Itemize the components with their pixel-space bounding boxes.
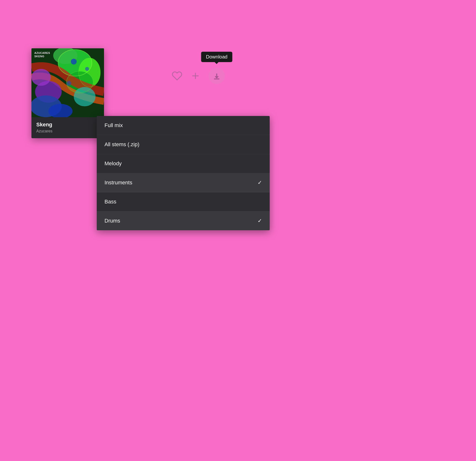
album-label: AZUCARES SKENG bbox=[34, 51, 50, 58]
album-art-canvas bbox=[31, 48, 104, 117]
track-card: AZUCARES SKENG Skeng Azucares bbox=[31, 48, 104, 138]
plus-icon bbox=[190, 71, 201, 81]
menu-item-melody[interactable]: Melody bbox=[97, 154, 270, 173]
menu-item-instruments[interactable]: Instruments ✓ bbox=[97, 173, 270, 192]
track-title: Skeng bbox=[36, 122, 99, 128]
album-art-svg bbox=[31, 48, 104, 117]
download-button[interactable]: Download bbox=[208, 68, 225, 84]
track-artist: Azucares bbox=[36, 129, 99, 133]
actions-area: Download bbox=[172, 68, 225, 84]
svg-point-14 bbox=[85, 67, 89, 71]
svg-point-15 bbox=[67, 81, 71, 86]
track-info: Skeng Azucares bbox=[31, 117, 104, 138]
menu-item-full-mix[interactable]: Full mix bbox=[97, 116, 270, 135]
drums-check-icon: ✓ bbox=[258, 218, 262, 224]
download-tooltip: Download bbox=[201, 52, 232, 62]
main-container: AZUCARES SKENG Skeng Azucares bbox=[31, 48, 261, 138]
menu-item-bass[interactable]: Bass bbox=[97, 192, 270, 211]
svg-point-13 bbox=[71, 59, 77, 65]
album-art: AZUCARES SKENG bbox=[31, 48, 104, 117]
menu-item-all-stems[interactable]: All stems (.zip) bbox=[97, 135, 270, 154]
card-area: AZUCARES SKENG Skeng Azucares bbox=[31, 48, 261, 138]
svg-point-9 bbox=[74, 87, 95, 106]
heart-icon bbox=[172, 71, 182, 81]
like-button[interactable] bbox=[172, 71, 182, 81]
download-dropdown: Full mix All stems (.zip) Melody Instrum… bbox=[97, 116, 270, 230]
instruments-check-icon: ✓ bbox=[258, 180, 262, 186]
download-icon bbox=[212, 71, 221, 81]
menu-item-drums[interactable]: Drums ✓ bbox=[97, 211, 270, 230]
add-button[interactable] bbox=[190, 71, 201, 81]
svg-point-6 bbox=[31, 69, 51, 86]
